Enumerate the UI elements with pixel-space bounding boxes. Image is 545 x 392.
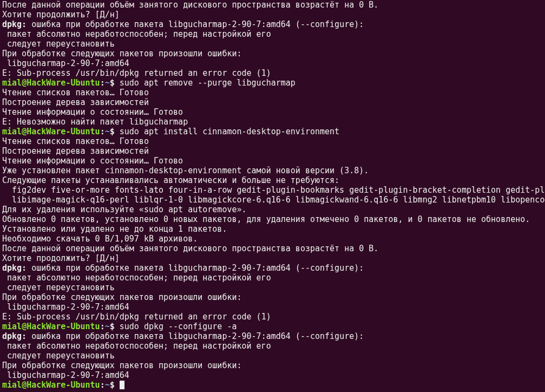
terminal-line: следует переустановить [2, 283, 543, 292]
terminal-line: Хотите продолжить? [Д/н] [2, 10, 543, 19]
prompt-line: mial@HackWare-Ubuntu:~$ sudo apt remove … [2, 78, 543, 88]
terminal-line: libimage-magick-q16-perl liblqr-1-0 libm… [2, 195, 543, 205]
prompt-colon: : [100, 322, 105, 331]
prompt-at: @ [22, 127, 27, 136]
prompt-line: mial@HackWare-Ubuntu:~$ [2, 380, 543, 390]
prompt-host: HackWare-Ubuntu [27, 127, 100, 136]
terminal-line: E: Невозможно найти пакет libgucharmap [2, 117, 543, 127]
dpkg-label: dpkg: [2, 331, 27, 341]
terminal-line: После данной операции объём занятого дис… [2, 244, 543, 253]
terminal-line: При обработке следующих пакетов произошл… [2, 49, 543, 58]
prompt-user: mial [2, 127, 22, 136]
terminal-line: После данной операции объём занятого дис… [2, 0, 543, 10]
terminal-line: fig2dev five-or-more fonts-lato four-in-… [2, 185, 543, 195]
terminal-line: Для их удаления используйте «sudo apt au… [2, 205, 543, 214]
prompt-colon: : [100, 127, 105, 136]
dpkg-text: ошибка при обработке пакета libgucharmap… [27, 263, 364, 273]
terminal-line: Обновлено 0 пакетов, установлено 0 новых… [2, 214, 543, 224]
terminal-line: Чтение списков пакетов… Готово [2, 136, 543, 146]
prompt-path: ~ [105, 322, 110, 331]
terminal-line: Необходимо скачать 0 B/1,097 kB архивов. [2, 234, 543, 244]
prompt-line: mial@HackWare-Ubuntu:~$ sudo dpkg --conf… [2, 322, 543, 331]
prompt-user: mial [2, 322, 22, 331]
terminal-line: libgucharmap-2-90-7:amd64 [2, 370, 543, 380]
terminal-line: следует переустановить [2, 351, 543, 361]
prompt-dollar: $ [110, 322, 120, 331]
command-text: sudo apt install cinnamon-desktop-enviro… [120, 127, 339, 136]
prompt-host: HackWare-Ubuntu [27, 78, 100, 88]
terminal-line: E: Sub-process /usr/bin/dpkg returned an… [2, 68, 543, 78]
terminal-line: следует переустановить [2, 39, 543, 49]
terminal-line: dpkg: ошибка при обработке пакета libguc… [2, 19, 543, 29]
prompt-host: HackWare-Ubuntu [27, 380, 100, 390]
prompt-path: ~ [105, 380, 110, 390]
terminal-line: Установлено или удалено не до конца 1 па… [2, 224, 543, 234]
prompt-at: @ [22, 380, 27, 390]
terminal-line: Построение дерева зависимостей [2, 97, 543, 107]
terminal-line: пакет абсолютно неработоспособен; перед … [2, 273, 543, 283]
terminal-line: libgucharmap-2-90-7:amd64 [2, 58, 543, 68]
dpkg-text: ошибка при обработке пакета libgucharmap… [27, 19, 364, 29]
prompt-host: HackWare-Ubuntu [27, 322, 100, 331]
prompt-colon: : [100, 380, 105, 390]
terminal-line: E: Sub-process /usr/bin/dpkg returned an… [2, 312, 543, 322]
prompt-colon: : [100, 78, 105, 88]
command-text: sudo dpkg --configure -a [120, 322, 237, 331]
prompt-dollar: $ [110, 127, 120, 136]
terminal-line: При обработке следующих пакетов произошл… [2, 361, 543, 370]
dpkg-label: dpkg: [2, 19, 27, 29]
terminal-line: Следующие пакеты устанавливались автомат… [2, 175, 543, 185]
prompt-at: @ [22, 78, 27, 88]
prompt-path: ~ [105, 127, 110, 136]
command-text: sudo apt remove --purge libgucharmap [120, 78, 296, 88]
dpkg-label: dpkg: [2, 263, 27, 273]
terminal-line: dpkg: ошибка при обработке пакета libguc… [2, 331, 543, 341]
terminal-line: Хотите продолжить? [Д/н] [2, 253, 543, 263]
terminal-line: Чтение списков пакетов… Готово [2, 88, 543, 97]
terminal-line: Чтение информации о состоянии… Готово [2, 156, 543, 166]
terminal-line: Уже установлен пакет cinnamon-desktop-en… [2, 166, 543, 175]
prompt-user: mial [2, 380, 22, 390]
terminal-line: При обработке следующих пакетов произошл… [2, 292, 543, 302]
terminal-line: Построение дерева зависимостей [2, 146, 543, 156]
prompt-dollar: $ [110, 380, 120, 390]
dpkg-text: ошибка при обработке пакета libgucharmap… [27, 331, 364, 341]
terminal-output[interactable]: После данной операции объём занятого дис… [0, 0, 545, 391]
terminal-line: Чтение информации о состоянии… Готово [2, 107, 543, 117]
terminal-line: пакет абсолютно неработоспособен; перед … [2, 341, 543, 351]
prompt-path: ~ [105, 78, 110, 88]
prompt-dollar: $ [110, 78, 120, 88]
prompt-at: @ [22, 322, 27, 331]
prompt-user: mial [2, 78, 22, 88]
terminal-line: dpkg: ошибка при обработке пакета libguc… [2, 263, 543, 273]
terminal-line: libgucharmap-2-90-7:amd64 [2, 302, 543, 312]
cursor [120, 381, 124, 389]
prompt-line: mial@HackWare-Ubuntu:~$ sudo apt install… [2, 127, 543, 136]
terminal-line: пакет абсолютно неработоспособен; перед … [2, 29, 543, 39]
